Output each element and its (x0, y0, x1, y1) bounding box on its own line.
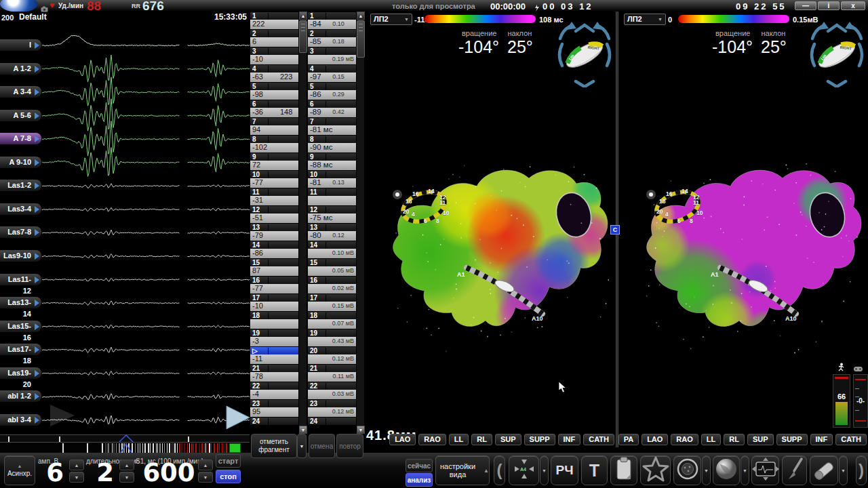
annotation-row-header-12[interactable]: 12 (308, 205, 356, 214)
annotation-row-header-22[interactable]: 22 (250, 382, 298, 390)
annotation-row-header-19[interactable]: 19 (250, 329, 298, 337)
annotation-row-value-22[interactable]: -4 (250, 390, 298, 399)
annotation-row-header-17[interactable]: 17 (250, 293, 298, 302)
projection-RAO[interactable]: RAO (671, 434, 698, 445)
annotation-row-header-7[interactable]: 7 (250, 117, 298, 125)
projection-SUPP[interactable]: SUPP (524, 434, 555, 445)
annotation-row-value-2[interactable]: -85 мс0.18 мВ (308, 37, 356, 47)
annotation-row-value-20[interactable]: -11 (250, 354, 298, 364)
scroll-up-button[interactable]: ▲ (299, 12, 307, 20)
annotation-row-value-6[interactable]: -36148 (250, 108, 298, 117)
rf-button[interactable]: РЧ (551, 455, 578, 485)
paren-left-button[interactable]: ( (494, 455, 505, 485)
map-select[interactable]: ЛП2▼ (624, 14, 666, 25)
ecg-gain-label[interactable]: 200 (1, 14, 14, 22)
duration-up-button[interactable]: ▲ (119, 460, 134, 470)
s1-up-button[interactable]: ▲ (198, 460, 213, 470)
s1-down-button[interactable]: ▼ (198, 472, 213, 483)
start-button[interactable]: старт (216, 454, 241, 468)
ecg-window-button[interactable] (751, 455, 779, 485)
annotation-row-value-8[interactable]: -90 мс (308, 143, 356, 152)
channel-Las9-10[interactable]: Las9-10 (0, 249, 42, 262)
annotation-row-header-1[interactable]: 1 (250, 12, 298, 20)
annotation-row-value-7[interactable]: 94 (250, 125, 298, 135)
annotation-row-value-17[interactable]: -10 (250, 302, 298, 311)
annotation-row-header-13[interactable]: 13 (308, 223, 356, 231)
scrollbar-thumb[interactable] (357, 20, 365, 58)
annotation-row-value-3[interactable]: -10 (250, 55, 298, 64)
annotation-row-value-15[interactable]: 87 (250, 266, 298, 276)
annotation-row-header-21[interactable]: 21 (250, 364, 298, 372)
annotation-row-value-23[interactable]: 95 (250, 407, 298, 417)
annotation-row-header-20[interactable]: ▷ (250, 346, 298, 354)
stop-button[interactable]: стоп (216, 470, 241, 483)
analysis-tab[interactable]: анализ (406, 473, 433, 487)
projection-LL[interactable]: LL (449, 434, 469, 445)
projection-SUP[interactable]: SUP (495, 434, 521, 445)
orientation-widget[interactable]: UPRIGHT (807, 20, 867, 90)
redo-button[interactable]: повтор (336, 434, 363, 458)
channel-A-1-2[interactable]: A 1-2 (0, 62, 42, 75)
annotation-row-value-18[interactable]: 0.07 мВ (308, 319, 356, 329)
annotation-row-header-6[interactable]: 6 (250, 100, 298, 108)
annotation-row-header-4[interactable]: 4 (250, 64, 298, 73)
annotation-row-value-5[interactable]: -98 (250, 90, 298, 100)
annotation-row-header-6[interactable]: 6 (308, 100, 356, 108)
annotation-row-value-12[interactable]: -51 (250, 214, 298, 223)
channel-A-9-10[interactable]: A 9-10 (0, 156, 42, 169)
projection-SUP[interactable]: SUP (747, 434, 774, 445)
channel-abl-1-2[interactable]: abl 1-2 (0, 390, 42, 403)
annotation-row-value-11[interactable]: -31 (250, 196, 298, 205)
annotation-row-header-18[interactable]: 18 (308, 311, 356, 319)
annotation-row-header-11[interactable]: 11 (250, 188, 298, 196)
annotation-row-header-2[interactable]: 2 (308, 29, 356, 37)
camera-icon[interactable] (41, 3, 48, 15)
amp-down-button[interactable]: ▼ (69, 472, 84, 483)
channel-Las11-12[interactable]: Las11-12 (0, 273, 42, 286)
eraser-dropdown[interactable]: ▼ (839, 455, 848, 485)
channel-Las19-20[interactable]: Las19-20 (0, 367, 42, 380)
projection-CATH[interactable]: CATH (835, 434, 867, 445)
annotation-row-value-10[interactable]: -77 (250, 178, 298, 188)
channel-I[interactable]: I (0, 39, 42, 52)
annotation-row-value-14[interactable]: 0.10 мВ (308, 249, 356, 258)
scroll-up-button[interactable]: ▲ (357, 12, 365, 20)
sphere-dropdown[interactable]: ▼ (741, 455, 749, 485)
projection-INF[interactable]: INF (810, 434, 833, 445)
scrollbar-thumb[interactable] (299, 20, 307, 53)
channel-Las13-14[interactable]: Las13-14 (0, 296, 42, 309)
scroll-down-button[interactable]: ▼ (357, 426, 365, 434)
annotation-row-header-24[interactable]: 24 (308, 417, 356, 425)
annotation-row-header-10[interactable]: 10 (308, 170, 356, 178)
annotation-row-value-8[interactable]: -102 (250, 143, 298, 152)
annotation-row-value-9[interactable]: -88 мс (308, 161, 356, 170)
orientation-widget[interactable]: UPRIGHT (555, 20, 614, 90)
annotation-row-value-4[interactable]: -63223 (250, 73, 298, 82)
annotation-row-value-2[interactable]: 6 (250, 37, 298, 47)
annotation-row-header-21[interactable]: 21 (308, 364, 356, 372)
undo-button[interactable]: отмена (309, 434, 335, 458)
annotation-row-value-3[interactable]: 0.19 мВ (308, 55, 356, 64)
amp-up-button[interactable]: ▲ (69, 460, 84, 470)
projection-RAO[interactable]: RAO (418, 434, 446, 445)
annotation-row-value-6[interactable]: -89 мс0.42 мВ (308, 108, 356, 117)
knob-button[interactable] (673, 455, 701, 485)
column-scrollbar[interactable]: ▲▼ (298, 12, 307, 434)
annotation-row-value-19[interactable]: 0.43 мВ (308, 337, 356, 346)
annotation-row-value-16[interactable]: -77 (250, 284, 298, 293)
minimize-button[interactable]: — (795, 1, 816, 10)
annotation-row-header-14[interactable]: 14 (250, 241, 298, 249)
annotation-row-header-3[interactable]: 3 (250, 47, 298, 55)
channel-Las1-2[interactable]: Las1-2 (0, 179, 42, 192)
annotation-row-header-9[interactable]: 9 (250, 152, 298, 161)
projection-LAO[interactable]: LAO (389, 434, 416, 445)
annotation-row-header-18[interactable]: 18 (250, 311, 298, 319)
annotation-row-header-8[interactable]: 8 (308, 135, 356, 143)
annotation-row-header-2[interactable]: 2 (250, 29, 298, 37)
annotation-row-value-13[interactable]: -80 мс0.12 мВ (308, 231, 356, 241)
splitter-handle[interactable]: C (610, 225, 620, 235)
channel-A-5-6[interactable]: A 5-6 (0, 109, 42, 122)
annotation-row-header-19[interactable]: 19 (308, 329, 356, 337)
annotation-row-value-9[interactable]: 72 (250, 161, 298, 170)
annotation-row-header-16[interactable]: 16 (308, 276, 356, 284)
